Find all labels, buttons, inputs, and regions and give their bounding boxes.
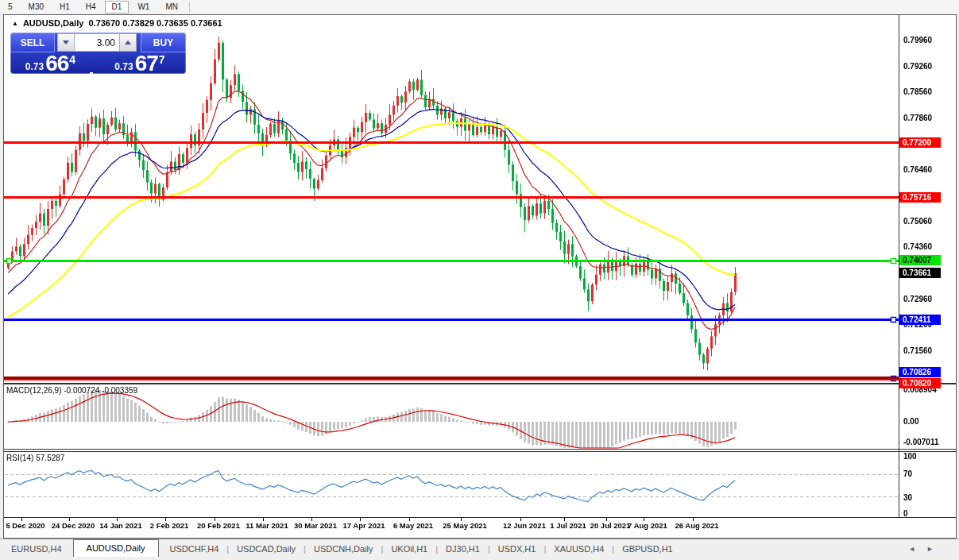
timeframe-button-d1[interactable]: D1 xyxy=(105,1,130,14)
price-flag-0.73661: 0.73661 xyxy=(899,268,941,278)
price-flag-0.70826: 0.70826 xyxy=(899,367,941,377)
date-axis-label: 20 Feb 2021 xyxy=(191,521,246,530)
tab-usdchf[interactable]: USDCHF,H4 xyxy=(159,542,230,556)
timeframe-button-h4[interactable]: H4 xyxy=(79,1,103,14)
rsi-bottom-border xyxy=(4,517,956,518)
chart-window: ▲AUDUSD,Daily 0.73670 0.73829 0.73635 0.… xyxy=(3,14,957,539)
date-axis-label: 6 May 2021 xyxy=(385,521,441,530)
tab-scroll-arrows[interactable]: ◄► xyxy=(908,545,945,553)
rsi-axis-label: 100 xyxy=(903,452,917,462)
price-axis-tick: 0.78560 xyxy=(903,87,951,97)
timeframe-button-w1[interactable]: W1 xyxy=(130,1,157,14)
price-axis-tick: 0.76460 xyxy=(903,165,951,175)
tab-audusd[interactable]: AUDUSD,Daily xyxy=(73,539,159,557)
date-axis-label: 14 Jan 2021 xyxy=(93,521,149,530)
trading-app: { "toolbar": { "timeframes": ["5","M30",… xyxy=(0,0,959,560)
sell-price-pip: 4 xyxy=(69,55,75,64)
chart-title: ▲AUDUSD,Daily 0.73670 0.73829 0.73635 0.… xyxy=(12,18,222,28)
date-axis-label: 17 Apr 2021 xyxy=(336,521,392,530)
price-flag-0.72411: 0.72411 xyxy=(899,315,941,325)
buy-price-display[interactable]: 0.73677 xyxy=(93,52,186,74)
price-macd-divider[interactable] xyxy=(4,383,956,384)
sell-price-prefix: 0.73 xyxy=(25,61,44,73)
date-axis-label: 25 May 2021 xyxy=(437,521,493,530)
date-axis-label: 2 Feb 2021 xyxy=(141,521,197,530)
tab-gbpusd[interactable]: GBPUSD,H1 xyxy=(611,542,684,556)
buy-price-pip: 7 xyxy=(159,55,165,64)
symbol-collapse-icon[interactable]: ▲ xyxy=(12,20,18,27)
price-flag-0.77200: 0.77200 xyxy=(899,137,941,148)
symbol-tabbar: EURUSD,H4AUDUSD,DailyUSDCHF,H4|USDCAD,Da… xyxy=(0,539,959,558)
toolbar-separator xyxy=(189,2,190,13)
lot-increase-button[interactable] xyxy=(119,33,137,52)
date-axis-label: 11 Mar 2021 xyxy=(239,521,295,530)
rsi-indicator-label: RSI(14) 57.5287 xyxy=(6,454,64,462)
tab-eurusd[interactable]: EURUSD,H4 xyxy=(0,542,73,556)
date-axis-label: 26 Aug 2021 xyxy=(669,521,725,530)
sell-price-big: 66 xyxy=(45,54,68,73)
date-axis-label: 7 Aug 2021 xyxy=(620,521,675,530)
macd-indicator-label: MACD(12,26,9) -0.000724 -0.003359 xyxy=(6,386,137,395)
buy-button[interactable]: BUY xyxy=(141,33,186,52)
sell-price-display[interactable]: 0.73664 xyxy=(10,52,90,74)
rsi-axis-label: 70 xyxy=(903,469,912,479)
rsi-axis-label: 30 xyxy=(903,493,912,503)
chart-symbol-label: AUDUSD,Daily xyxy=(23,18,83,28)
tab-usdcnh[interactable]: USDCNH,Daily xyxy=(303,542,385,556)
price-axis-tick: 0.77860 xyxy=(903,114,951,123)
price-flag-0.74007: 0.74007 xyxy=(899,255,941,265)
buy-price-prefix: 0.73 xyxy=(114,61,133,73)
tab-dj30[interactable]: DJ30,H1 xyxy=(435,542,491,556)
one-click-trade-panel: SELL BUY 0.73664 0.73677 xyxy=(10,33,186,74)
tab-usdcad[interactable]: USDCAD,Daily xyxy=(226,542,307,556)
price-axis-tick: 0.72960 xyxy=(903,295,951,304)
lot-size-input[interactable] xyxy=(75,33,119,52)
price-flag-0.70820: 0.70820 xyxy=(899,378,941,388)
tab-xauusd[interactable]: XAUUSD,H4 xyxy=(543,542,615,556)
macd-bottom-border[interactable] xyxy=(4,449,956,450)
price-axis-tick: 0.79960 xyxy=(903,36,951,45)
chevron-up-icon xyxy=(125,41,131,44)
rsi-top-border[interactable] xyxy=(4,451,956,452)
chevron-down-icon xyxy=(63,41,69,44)
tab-ukoil[interactable]: UKOil,H1 xyxy=(380,542,439,556)
price-axis-tick: 0.71560 xyxy=(903,346,951,356)
timeframe-button-mn[interactable]: MN xyxy=(158,1,185,14)
macd-axis-label: 0.00 xyxy=(903,417,918,427)
price-axis-tick: 0.74360 xyxy=(903,242,951,252)
tab-usdx[interactable]: USDX,H1 xyxy=(487,542,547,556)
rsi-axis-label: 0 xyxy=(903,509,908,519)
timeframe-button-h1[interactable]: H1 xyxy=(52,1,77,14)
price-axis-tick: 0.79260 xyxy=(903,62,951,71)
chart-canvas[interactable] xyxy=(4,15,956,538)
buy-price-big: 67 xyxy=(135,54,158,73)
price-axis-tick: 0.75060 xyxy=(903,217,951,226)
sell-button[interactable]: SELL xyxy=(10,33,55,52)
price-divider xyxy=(90,72,93,94)
date-axis-label: 30 Mar 2021 xyxy=(288,521,343,530)
chart-ohlc-quote: 0.73670 0.73829 0.73635 0.73661 xyxy=(88,18,222,28)
price-axis-border xyxy=(899,15,899,517)
timeframe-button-5[interactable]: 5 xyxy=(1,1,20,14)
macd-axis-label: -0.007011 xyxy=(903,438,939,447)
timeframe-button-m30[interactable]: M30 xyxy=(21,1,51,14)
timeframe-toolbar: 5M30H1H4D1W1MN xyxy=(0,0,959,15)
lot-decrease-button[interactable] xyxy=(57,33,75,52)
price-flag-0.75716: 0.75716 xyxy=(899,192,941,203)
